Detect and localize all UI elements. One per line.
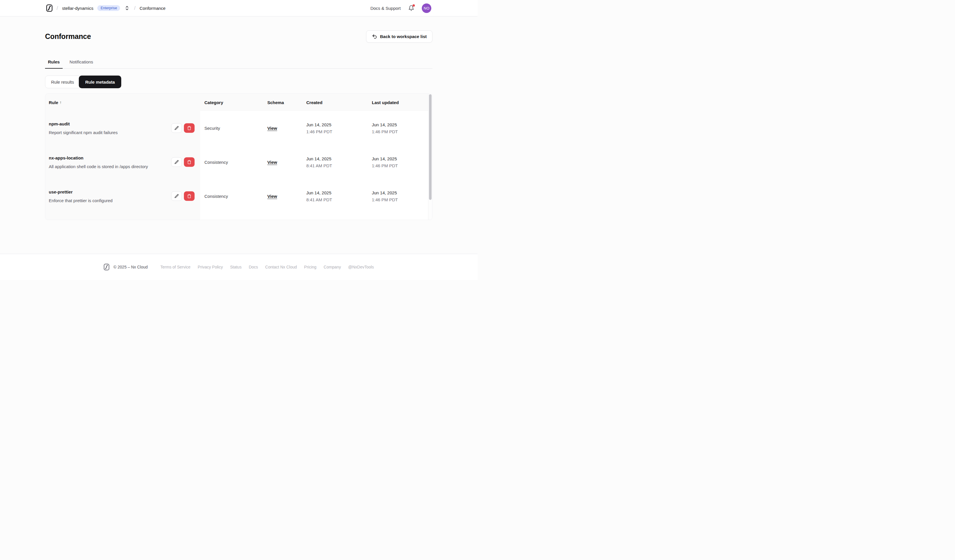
breadcrumb-separator: /	[56, 5, 58, 11]
created-date: Jun 14, 2025	[306, 156, 368, 161]
tab-bar: Rules Notifications	[45, 59, 432, 69]
docs-support-link[interactable]: Docs & Support	[370, 6, 401, 11]
view-schema-link[interactable]: View	[267, 194, 277, 199]
rule-cell: use-prettier Enforce that prettier is co…	[45, 179, 200, 213]
top-nav: / stellar-dynamics Enterprise / Conforma…	[0, 0, 478, 16]
table-scrollbar-thumb[interactable]	[429, 94, 432, 200]
table-header-row: Rule ↑ Category Schema Created Last upda…	[45, 94, 432, 111]
footer-link-status[interactable]: Status	[230, 265, 242, 269]
plan-badge: Enterprise	[97, 5, 120, 11]
row-actions	[171, 123, 194, 133]
updated-cell: Jun 14, 2025 1:46 PM PDT	[368, 179, 428, 213]
schema-cell: View	[263, 179, 302, 213]
user-avatar[interactable]: NO	[422, 3, 431, 13]
edit-rule-button[interactable]	[171, 123, 182, 133]
schema-cell: View	[263, 111, 302, 145]
rule-metadata-toggle-button[interactable]: Rule metadata	[79, 76, 121, 88]
footer: © 2025 – Nx Cloud Terms of Service Priva…	[0, 254, 478, 280]
category-cell: Consistency	[200, 145, 263, 179]
created-cell: Jun 14, 2025 1:46 PM PDT	[302, 111, 368, 145]
view-schema-link[interactable]: View	[267, 126, 277, 131]
table-bottom-filler	[45, 213, 432, 220]
footer-link-pricing[interactable]: Pricing	[304, 265, 316, 269]
created-cell: Jun 14, 2025 8:41 AM PDT	[302, 179, 368, 213]
trash-icon	[187, 126, 191, 130]
footer-brand: © 2025 – Nx Cloud	[103, 264, 148, 270]
row-actions	[171, 158, 194, 167]
pencil-icon	[174, 194, 179, 198]
category-value: Consistency	[204, 194, 263, 199]
trash-icon	[187, 194, 191, 198]
created-time: 8:41 AM PDT	[306, 197, 368, 202]
delete-rule-button[interactable]	[184, 192, 194, 201]
tab-rules[interactable]: Rules	[45, 59, 63, 69]
table-body: npm-audit Report significant npm audit f…	[45, 111, 432, 220]
footer-links: Terms of Service Privacy Policy Status D…	[161, 265, 374, 269]
column-header-rule-label: Rule	[49, 100, 58, 105]
chevron-up-down-icon	[125, 5, 129, 11]
category-cell: Consistency	[200, 179, 263, 213]
rule-results-toggle-button[interactable]: Rule results	[45, 76, 80, 88]
updated-date: Jun 14, 2025	[372, 156, 428, 161]
category-value: Consistency	[204, 160, 263, 165]
tab-notifications[interactable]: Notifications	[67, 59, 96, 69]
footer-link-twitter[interactable]: @NxDevTools	[348, 265, 374, 269]
workspace-name[interactable]: stellar-dynamics	[62, 6, 93, 11]
nx-logo[interactable]	[46, 4, 53, 12]
nx-logo-footer	[103, 264, 110, 270]
table-row: use-prettier Enforce that prettier is co…	[45, 179, 432, 213]
updated-time: 1:46 PM PDT	[372, 129, 428, 134]
page-title: Conformance	[45, 32, 91, 41]
main-content: Conformance Back to workspace list Rules…	[45, 16, 432, 220]
footer-link-company[interactable]: Company	[324, 265, 341, 269]
edit-rule-button[interactable]	[171, 192, 182, 201]
pencil-icon	[174, 126, 179, 130]
updated-cell: Jun 14, 2025 1:46 PM PDT	[368, 145, 428, 179]
breadcrumb: / stellar-dynamics Enterprise / Conforma…	[46, 4, 166, 12]
table-row: nx-apps-location All application shell c…	[45, 145, 432, 179]
updated-time: 1:46 PM PDT	[372, 197, 428, 202]
notifications-bell-button[interactable]	[408, 5, 414, 11]
footer-link-terms[interactable]: Terms of Service	[161, 265, 191, 269]
column-header-schema: Schema	[263, 100, 302, 105]
schema-cell: View	[263, 145, 302, 179]
rule-view-toggle: Rule results Rule metadata	[45, 76, 432, 88]
updated-date: Jun 14, 2025	[372, 122, 428, 127]
title-row: Conformance Back to workspace list	[45, 30, 432, 43]
row-actions	[171, 192, 194, 201]
category-value: Security	[204, 126, 263, 131]
view-schema-link[interactable]: View	[267, 160, 277, 165]
created-time: 8:41 AM PDT	[306, 163, 368, 168]
edit-rule-button[interactable]	[171, 158, 182, 167]
category-cell: Security	[200, 111, 263, 145]
pencil-icon	[174, 160, 179, 164]
back-button-label: Back to workspace list	[380, 34, 427, 39]
updated-cell: Jun 14, 2025 1:46 PM PDT	[368, 111, 428, 145]
sort-ascending-icon: ↑	[60, 100, 62, 105]
column-header-last-updated: Last updated	[368, 100, 428, 105]
undo-arrow-icon	[372, 34, 377, 39]
conformance-page: / stellar-dynamics Enterprise / Conforma…	[0, 0, 478, 280]
notification-dot	[413, 4, 415, 7]
column-header-category: Category	[200, 100, 263, 105]
back-to-workspace-list-button[interactable]: Back to workspace list	[366, 30, 432, 43]
copyright-text: © 2025 – Nx Cloud	[113, 265, 148, 269]
table-scrollbar-track[interactable]	[428, 94, 432, 220]
created-date: Jun 14, 2025	[306, 190, 368, 195]
created-cell: Jun 14, 2025 8:41 AM PDT	[302, 145, 368, 179]
footer-link-privacy[interactable]: Privacy Policy	[198, 265, 223, 269]
footer-link-docs[interactable]: Docs	[249, 265, 258, 269]
rule-cell: nx-apps-location All application shell c…	[45, 145, 200, 179]
trash-icon	[187, 160, 191, 164]
created-time: 1:46 PM PDT	[306, 129, 368, 134]
delete-rule-button[interactable]	[184, 158, 194, 167]
rule-cell: npm-audit Report significant npm audit f…	[45, 111, 200, 145]
updated-time: 1:46 PM PDT	[372, 163, 428, 168]
footer-link-contact[interactable]: Contact Nx Cloud	[265, 265, 297, 269]
workspace-switcher-button[interactable]	[124, 5, 130, 11]
updated-date: Jun 14, 2025	[372, 190, 428, 195]
column-header-created: Created	[302, 100, 368, 105]
breadcrumb-current-page[interactable]: Conformance	[139, 6, 166, 11]
delete-rule-button[interactable]	[184, 123, 194, 133]
column-header-rule[interactable]: Rule ↑	[45, 100, 200, 105]
